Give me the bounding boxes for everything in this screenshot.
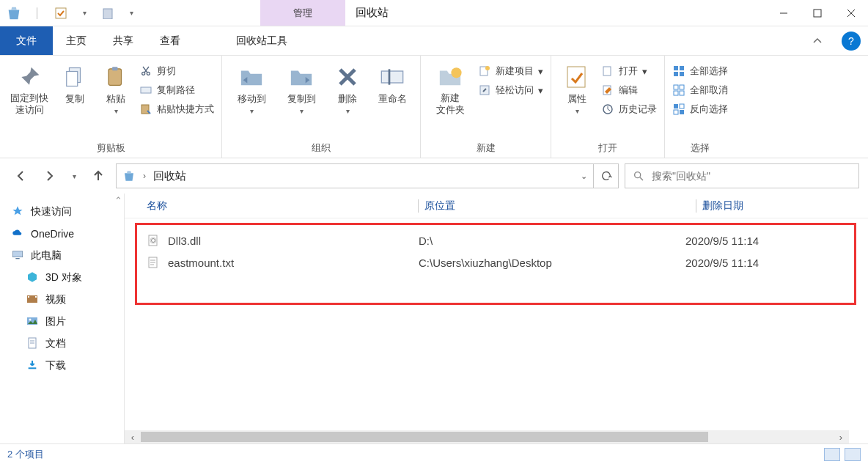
quick-access-toolbar: │ ▾ ▾ <box>0 0 139 26</box>
move-to-label: 移动到 <box>238 92 266 106</box>
select-group-label: 选择 <box>672 141 728 158</box>
pin-to-quick-access-button[interactable]: 固定到快 速访问 <box>7 60 51 115</box>
svg-rect-0 <box>56 8 66 18</box>
cut-button[interactable]: 剪切 <box>139 65 214 78</box>
delete-caret-icon: ▾ <box>346 107 350 115</box>
horizontal-scrollbar[interactable]: ‹ › <box>125 430 849 443</box>
nav-recent-caret-icon[interactable]: ▾ <box>67 164 81 188</box>
documents-label: 文档 <box>45 337 66 350</box>
copy-to-icon <box>287 63 315 91</box>
move-to-button[interactable]: 移动到 ▾ <box>229 60 273 115</box>
file-row[interactable]: Dll3.dll D:\ 2020/9/5 11:14 <box>147 229 854 251</box>
svg-rect-31 <box>680 85 684 89</box>
window-title: 回收站 <box>345 0 767 26</box>
ribbon: 固定到快 速访问 复制 粘贴 ▾ 剪切 复制路径 <box>0 56 868 158</box>
nav-back-button[interactable] <box>9 164 32 188</box>
address-bar[interactable]: › 回收站 ⌄ <box>116 163 594 188</box>
thumbnails-view-button[interactable] <box>845 448 861 461</box>
paste-shortcut-button[interactable]: 粘贴快捷方式 <box>139 103 214 116</box>
open-button[interactable]: 打开 ▾ <box>601 65 657 78</box>
new-folder-small-icon[interactable] <box>100 5 116 21</box>
col-original-location[interactable]: 原位置 <box>424 199 696 213</box>
cube-icon <box>26 271 40 284</box>
svg-rect-9 <box>112 67 118 70</box>
file-name: Dll3.dll <box>168 235 419 247</box>
col-deleted-date[interactable]: 删除日期 <box>702 199 849 213</box>
edit-icon <box>601 84 614 97</box>
open-label: 打开 <box>619 65 638 78</box>
select-none-button[interactable]: 全部取消 <box>672 84 728 97</box>
svg-rect-7 <box>67 72 78 86</box>
sidebar-videos[interactable]: 视频 <box>12 289 124 311</box>
qat-caret-icon[interactable]: ▾ <box>76 5 92 21</box>
scroll-right-icon[interactable]: › <box>833 432 849 443</box>
new-folder-button[interactable]: 新建 文件夹 <box>428 60 472 115</box>
group-organize: 移动到 ▾ 复制到 ▾ 删除 ▾ 重命名 组织 <box>222 56 421 158</box>
close-button[interactable] <box>834 0 868 26</box>
col-name[interactable]: 名称 <box>147 199 418 213</box>
sidebar-quick-access[interactable]: 快速访问 <box>12 201 124 223</box>
edit-button[interactable]: 编辑 <box>601 84 657 97</box>
maximize-button[interactable] <box>801 0 834 26</box>
minimize-button[interactable] <box>767 0 801 26</box>
scroll-thumb[interactable] <box>141 432 708 442</box>
window-controls <box>767 0 868 26</box>
sidebar-3d-objects[interactable]: 3D 对象 <box>12 267 124 289</box>
properties-button[interactable]: 属性 ▾ <box>559 60 595 115</box>
chevron-right-icon[interactable]: › <box>143 171 146 181</box>
paste-button[interactable]: 粘贴 ▾ <box>98 60 133 115</box>
view-toggles <box>824 448 861 461</box>
help-button[interactable]: ? <box>842 32 861 51</box>
select-all-button[interactable]: 全部选择 <box>672 65 728 78</box>
onedrive-label: OneDrive <box>31 228 74 240</box>
paste-caret-icon: ▾ <box>114 107 118 115</box>
qat-dropdown-icon[interactable]: ▾ <box>123 5 139 21</box>
invert-selection-button[interactable]: 反向选择 <box>672 103 728 116</box>
scroll-track[interactable] <box>141 430 833 443</box>
tab-file[interactable]: 文件 <box>0 26 53 55</box>
scroll-left-icon[interactable]: ‹ <box>125 432 141 443</box>
new-item-button[interactable]: 新建项目 ▾ <box>478 65 543 78</box>
rename-button[interactable]: 重命名 <box>372 60 413 106</box>
item-count: 2 个项目 <box>7 448 44 461</box>
easy-access-button[interactable]: 轻松访问 ▾ <box>478 84 543 97</box>
search-input[interactable] <box>652 170 851 182</box>
pictures-icon <box>26 315 40 328</box>
refresh-button[interactable] <box>594 163 619 188</box>
file-row[interactable]: eastmount.txt C:\Users\xiuzhang\Desktop … <box>147 251 854 273</box>
sidebar-downloads[interactable]: 下载 <box>12 355 124 377</box>
sidebar-this-pc[interactable]: 此电脑 <box>12 245 124 267</box>
tab-share[interactable]: 共享 <box>100 26 147 55</box>
copy-path-button[interactable]: 复制路径 <box>139 84 214 97</box>
search-box[interactable] <box>625 163 859 188</box>
sidebar-scroll-up-icon[interactable]: ⌃ <box>114 195 122 206</box>
file-list-area: 名称 原位置 删除日期 Dll3.dll D:\ 2020/9/5 11:14 … <box>125 194 868 443</box>
properties-small-icon[interactable] <box>53 5 69 21</box>
collapse-ribbon-icon[interactable] <box>812 36 842 46</box>
copy-to-label: 复制到 <box>287 92 316 106</box>
delete-button[interactable]: 删除 ▾ <box>329 60 366 115</box>
sidebar-documents[interactable]: 文档 <box>12 333 124 355</box>
select-all-label: 全部选择 <box>690 65 728 78</box>
breadcrumb[interactable]: 回收站 <box>153 169 186 183</box>
new-item-label: 新建项目 <box>496 65 534 78</box>
copy-button[interactable]: 复制 <box>57 60 92 106</box>
history-button[interactable]: 历史记录 <box>601 103 657 116</box>
highlighted-files-box: Dll3.dll D:\ 2020/9/5 11:14 eastmount.tx… <box>135 223 856 305</box>
details-view-button[interactable] <box>824 448 840 461</box>
column-headers: 名称 原位置 删除日期 <box>125 194 868 218</box>
nav-forward-button[interactable] <box>38 164 62 188</box>
sidebar-pictures[interactable]: 图片 <box>12 311 124 333</box>
sidebar-onedrive[interactable]: OneDrive <box>12 223 124 245</box>
search-icon <box>633 170 644 182</box>
tab-recycle-tools[interactable]: 回收站工具 <box>223 26 301 55</box>
copy-icon <box>61 63 89 91</box>
delete-icon <box>334 63 361 91</box>
tab-home[interactable]: 主页 <box>53 26 100 55</box>
nav-row: ▾ › 回收站 ⌄ <box>0 158 868 194</box>
address-dropdown-icon[interactable]: ⌄ <box>581 172 587 181</box>
tab-view[interactable]: 查看 <box>147 26 194 55</box>
copy-to-button[interactable]: 复制到 ▾ <box>279 60 323 115</box>
nav-up-button[interactable] <box>87 164 110 188</box>
select-none-icon <box>672 84 685 97</box>
